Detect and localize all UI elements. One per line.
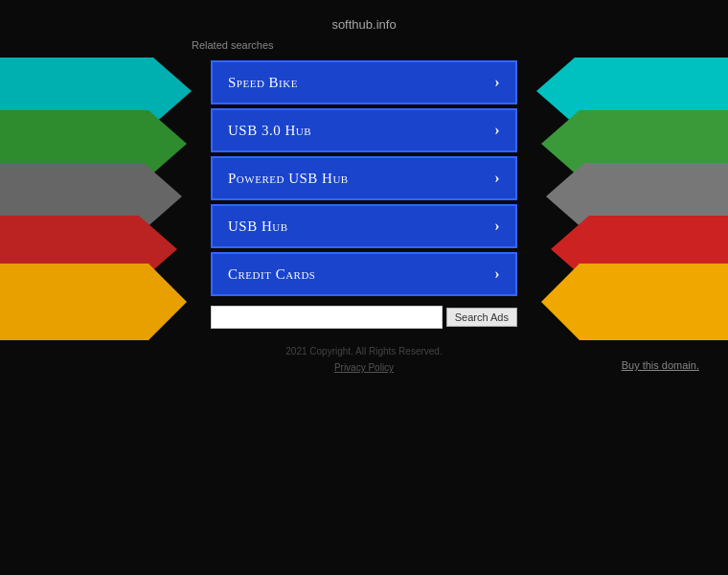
site-title: softhub.info: [331, 17, 396, 32]
search-input[interactable]: [211, 306, 443, 329]
btn-credit-cards-label: Credit Cards: [228, 266, 315, 283]
btn-usb-hub[interactable]: USB Hub ›: [211, 204, 517, 248]
chevron-icon-1: ›: [494, 122, 500, 139]
svg-marker-3: [0, 216, 177, 283]
svg-marker-7: [546, 163, 728, 230]
btn-powered-usb-hub[interactable]: Powered USB Hub ›: [211, 156, 517, 200]
svg-marker-0: [0, 58, 192, 125]
btn-credit-cards[interactable]: Credit Cards ›: [211, 252, 517, 296]
chevron-icon-2: ›: [494, 170, 500, 187]
svg-marker-2: [0, 163, 182, 230]
btn-usb-hub-label: USB Hub: [228, 218, 288, 235]
search-bar-row: Search Ads: [211, 306, 517, 329]
svg-marker-6: [541, 110, 728, 177]
btn-usb-30-hub-label: USB 3.0 Hub: [228, 123, 311, 139]
svg-marker-1: [0, 110, 187, 177]
chevron-icon-0: ›: [494, 74, 500, 91]
btn-speed-bike-label: Speed Bike: [228, 75, 298, 91]
svg-marker-9: [541, 264, 728, 340]
btn-powered-usb-hub-label: Powered USB Hub: [228, 171, 349, 187]
svg-marker-4: [0, 264, 187, 340]
privacy-policy-link[interactable]: Privacy Policy: [334, 362, 394, 373]
chevron-icon-4: ›: [494, 265, 500, 283]
copyright-text: 2021 Copyright. All Rights Reserved.: [285, 346, 442, 356]
btn-speed-bike[interactable]: Speed Bike ›: [211, 60, 517, 104]
svg-marker-5: [536, 58, 728, 125]
search-ads-button[interactable]: Search Ads: [446, 308, 517, 327]
search-buttons-list: Speed Bike › USB 3.0 Hub › Powered USB H…: [211, 60, 517, 296]
btn-usb-30-hub[interactable]: USB 3.0 Hub ›: [211, 108, 517, 152]
buy-domain-link[interactable]: Buy this domain.: [622, 359, 699, 371]
related-searches-label: Related searches: [192, 39, 274, 51]
svg-marker-8: [551, 216, 728, 283]
chevron-icon-3: ›: [494, 218, 500, 235]
